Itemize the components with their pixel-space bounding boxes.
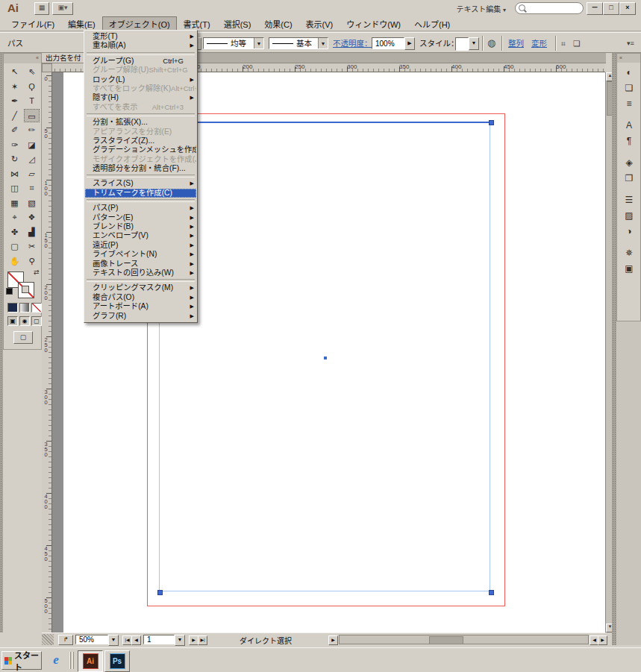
minimize-button[interactable]: － xyxy=(587,2,603,15)
workspace-switcher[interactable]: テキスト編集 ▾ xyxy=(448,3,506,14)
stroke-profile-dropdown[interactable]: 均等 ▼ xyxy=(203,37,264,49)
pencil-tool[interactable]: ✏ xyxy=(24,123,40,136)
menu-item-live-paint[interactable]: ライブペイント(N)▶ xyxy=(85,250,196,259)
menu-item-graph[interactable]: グラフ(R)▶ xyxy=(85,312,196,321)
paragraph-panel-icon[interactable]: ¶ xyxy=(620,134,638,148)
eyedropper-tool[interactable]: ⌖ xyxy=(7,210,22,224)
search-input[interactable] xyxy=(515,2,584,14)
taskbar-photoshop-button[interactable]: Ps xyxy=(104,650,130,672)
menu-item-path[interactable]: パス(P)▶ xyxy=(85,204,196,213)
opacity-input[interactable] xyxy=(375,40,404,48)
last-artboard-button[interactable]: ▶| xyxy=(198,635,207,645)
zoom-input[interactable] xyxy=(79,635,107,644)
menu-item-text-wrap[interactable]: テキストの回り込み(W)▶ xyxy=(85,269,196,277)
panel-menu-icon[interactable]: ▾≡ xyxy=(627,37,634,49)
anchor-point-bottom-left[interactable] xyxy=(157,590,163,595)
menu-item-image-trace[interactable]: 画像トレース▶ xyxy=(85,260,196,269)
swap-fill-stroke-icon[interactable]: ⇄ xyxy=(34,269,40,276)
color-button[interactable] xyxy=(7,303,18,313)
menu-item-create-gradient-mesh[interactable]: グラデーションメッシュを作成(D)... xyxy=(85,145,196,154)
menu-item-transform[interactable]: 変形(T)▶ xyxy=(85,32,196,41)
menu-item-show-all[interactable]: すべてを表示Alt+Ctrl+3 xyxy=(85,103,196,112)
reference-point-icon[interactable]: ⌗ xyxy=(561,37,566,49)
menu-item-clipping-mask[interactable]: クリッピングマスク(M)▶ xyxy=(85,283,196,292)
shape-builder-tool[interactable]: ◫ xyxy=(7,181,22,195)
menu-item-expand-appearance[interactable]: アピアランスを分割(E) xyxy=(85,128,196,136)
stroke-color-swatch[interactable] xyxy=(18,282,34,298)
horizontal-scroll-thumb[interactable] xyxy=(429,636,463,644)
swatches-panel-icon[interactable]: ❏ xyxy=(620,81,638,95)
transform-link[interactable]: 変形 xyxy=(531,37,547,49)
anchor-point-top-right[interactable] xyxy=(489,120,494,125)
menu-item-hide[interactable]: 隠す(H)▶ xyxy=(85,93,196,102)
blob-brush-tool[interactable]: ✑ xyxy=(7,138,22,151)
free-transform-tool[interactable]: ▱ xyxy=(24,167,40,180)
artboard-tool[interactable]: ▢ xyxy=(7,239,22,253)
menubar-item-file[interactable]: ファイル(F) xyxy=(4,16,61,31)
gradient-button[interactable] xyxy=(19,303,30,313)
menu-item-flatten-transparency[interactable]: 透明部分を分割・統合(F)... xyxy=(85,164,196,173)
align-panel-icon[interactable]: ≡ xyxy=(620,97,638,111)
menubar-item-window[interactable]: ウィンドウ(W) xyxy=(340,16,407,31)
default-fill-stroke-icon[interactable] xyxy=(6,288,13,295)
menu-item-unlock-all[interactable]: すべてをロック解除(K)Alt+Ctrl+2 xyxy=(85,84,196,93)
paintbrush-tool[interactable]: ✐ xyxy=(7,123,22,136)
status-menu-arrow-icon[interactable]: ▶ xyxy=(328,635,338,645)
eraser-tool[interactable]: ◪ xyxy=(24,138,40,151)
symbols-panel-icon[interactable]: ✵ xyxy=(620,246,638,260)
zoom-tool[interactable]: ⚲ xyxy=(24,254,40,268)
line-segment-tool[interactable]: ╱ xyxy=(7,109,22,122)
document-setup-globe-icon[interactable]: ◍ xyxy=(487,37,495,49)
draw-behind-mode-button[interactable]: ◉ xyxy=(19,316,30,326)
opacity-link[interactable]: 不透明度： xyxy=(333,37,372,49)
links-panel-icon[interactable]: ▣ xyxy=(620,262,638,276)
menu-item-rasterize[interactable]: ラスタライズ(Z)... xyxy=(85,136,196,145)
menu-item-lock[interactable]: ロック(L)▶ xyxy=(85,75,196,84)
layers-panel-icon[interactable]: ◈ xyxy=(620,156,638,170)
ruler-origin-corner[interactable] xyxy=(42,63,52,72)
pen-tool[interactable]: ✒ xyxy=(7,94,22,107)
start-button[interactable]: スタート xyxy=(1,651,42,670)
anchor-point-bottom-right[interactable] xyxy=(489,590,494,595)
menu-item-slice[interactable]: スライス(S)▶ xyxy=(85,179,196,188)
menubar-item-effect[interactable]: 効果(C) xyxy=(257,16,298,31)
type-tool[interactable]: T xyxy=(24,94,40,107)
zoom-dropdown[interactable]: ▼ xyxy=(108,635,119,646)
color-panel-icon[interactable]: ◐ xyxy=(620,66,638,80)
menubar-item-edit[interactable]: 編集(E) xyxy=(61,16,102,31)
hand-tool[interactable]: ✋ xyxy=(7,254,22,268)
draw-normal-mode-button[interactable]: ▣ xyxy=(7,316,18,326)
taskbar-illustrator-button[interactable]: Ai xyxy=(78,650,103,672)
gradient-panel-icon[interactable]: ▨ xyxy=(620,209,638,223)
blend-tool[interactable]: ❖ xyxy=(24,210,40,224)
symbol-sprayer-tool[interactable]: ✤ xyxy=(7,225,22,239)
menubar-item-view[interactable]: 表示(V) xyxy=(299,16,340,31)
menu-item-perspective[interactable]: 遠近(P)▶ xyxy=(85,241,196,250)
scroll-right-icon[interactable]: ▶ xyxy=(598,635,607,645)
export-arrow-icon[interactable]: ↱ xyxy=(58,635,73,645)
rotate-tool[interactable]: ↻ xyxy=(7,152,22,166)
menu-item-pattern[interactable]: パターン(E)▶ xyxy=(85,213,196,222)
transparency-panel-icon[interactable]: ◑ xyxy=(620,224,638,239)
selection-tool[interactable]: ↖ xyxy=(7,65,22,78)
style-dropdown[interactable]: ▼ xyxy=(469,37,479,50)
width-tool[interactable]: ⋈ xyxy=(7,167,22,180)
graph-tool[interactable]: ▟ xyxy=(24,225,40,239)
mesh-tool[interactable]: ▦ xyxy=(7,196,22,210)
perspective-grid-tool[interactable]: ⌗ xyxy=(24,181,40,195)
align-link[interactable]: 整列 xyxy=(508,37,524,49)
scale-tool[interactable]: ◿ xyxy=(24,152,40,166)
menubar-item-object[interactable]: オブジェクト(O) xyxy=(102,16,177,31)
menu-item-arrange[interactable]: 重ね順(A)▶ xyxy=(85,41,196,50)
menu-item-ungroup[interactable]: グループ解除(U)Shift+Ctrl+G xyxy=(85,66,196,75)
close-button[interactable]: × xyxy=(619,2,636,15)
menu-item-envelope-distort[interactable]: エンベロープ(V)▶ xyxy=(85,231,196,240)
menu-item-artboards[interactable]: アートボード(A)▶ xyxy=(85,302,196,311)
object-center-point[interactable] xyxy=(324,357,327,359)
gradient-tool[interactable]: ▧ xyxy=(24,196,40,210)
none-button[interactable] xyxy=(31,303,42,313)
direct-selection-tool[interactable]: ⇖ xyxy=(24,65,40,78)
stroke-panel-icon[interactable]: ☰ xyxy=(620,193,638,207)
maximize-button[interactable]: □ xyxy=(603,2,619,15)
internet-explorer-icon[interactable]: e xyxy=(45,651,67,670)
